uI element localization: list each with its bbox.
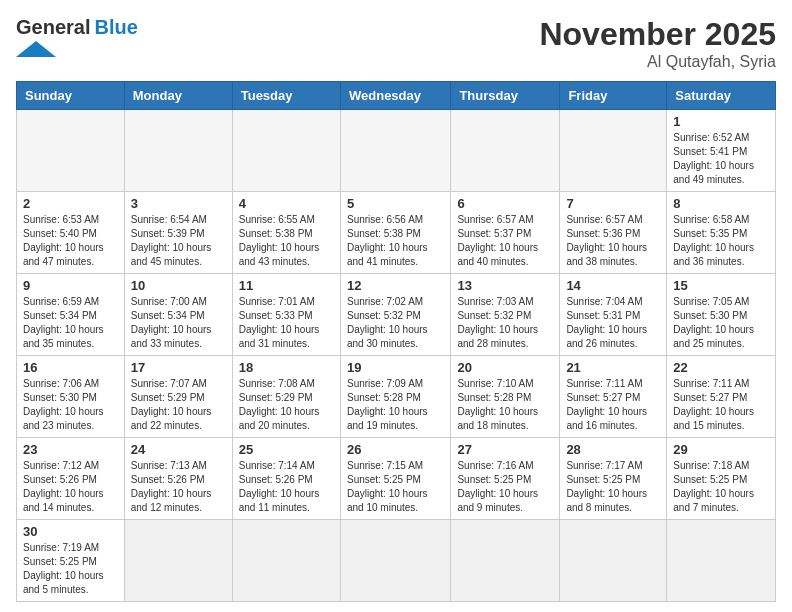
day-info: Sunrise: 7:17 AM Sunset: 5:25 PM Dayligh… (566, 459, 660, 515)
day-info: Sunrise: 7:06 AM Sunset: 5:30 PM Dayligh… (23, 377, 118, 433)
header-saturday: Saturday (667, 82, 776, 110)
day-number: 27 (457, 442, 553, 457)
calendar-row: 16Sunrise: 7:06 AM Sunset: 5:30 PM Dayli… (17, 356, 776, 438)
day-info: Sunrise: 7:12 AM Sunset: 5:26 PM Dayligh… (23, 459, 118, 515)
day-number: 3 (131, 196, 226, 211)
day-number: 8 (673, 196, 769, 211)
day-number: 9 (23, 278, 118, 293)
day-info: Sunrise: 6:57 AM Sunset: 5:37 PM Dayligh… (457, 213, 553, 269)
table-row: 2Sunrise: 6:53 AM Sunset: 5:40 PM Daylig… (17, 192, 125, 274)
header-friday: Friday (560, 82, 667, 110)
day-info: Sunrise: 7:13 AM Sunset: 5:26 PM Dayligh… (131, 459, 226, 515)
table-row: 16Sunrise: 7:06 AM Sunset: 5:30 PM Dayli… (17, 356, 125, 438)
table-row: 9Sunrise: 6:59 AM Sunset: 5:34 PM Daylig… (17, 274, 125, 356)
day-number: 6 (457, 196, 553, 211)
table-row: 4Sunrise: 6:55 AM Sunset: 5:38 PM Daylig… (232, 192, 340, 274)
day-number: 1 (673, 114, 769, 129)
day-number: 28 (566, 442, 660, 457)
table-row (340, 520, 450, 602)
calendar-row: 23Sunrise: 7:12 AM Sunset: 5:26 PM Dayli… (17, 438, 776, 520)
day-info: Sunrise: 6:58 AM Sunset: 5:35 PM Dayligh… (673, 213, 769, 269)
day-number: 5 (347, 196, 444, 211)
table-row: 25Sunrise: 7:14 AM Sunset: 5:26 PM Dayli… (232, 438, 340, 520)
table-row: 15Sunrise: 7:05 AM Sunset: 5:30 PM Dayli… (667, 274, 776, 356)
day-info: Sunrise: 7:07 AM Sunset: 5:29 PM Dayligh… (131, 377, 226, 433)
day-info: Sunrise: 7:11 AM Sunset: 5:27 PM Dayligh… (673, 377, 769, 433)
day-number: 25 (239, 442, 334, 457)
day-info: Sunrise: 7:18 AM Sunset: 5:25 PM Dayligh… (673, 459, 769, 515)
day-number: 18 (239, 360, 334, 375)
day-number: 11 (239, 278, 334, 293)
calendar-row: 9Sunrise: 6:59 AM Sunset: 5:34 PM Daylig… (17, 274, 776, 356)
calendar-last-row: 30Sunrise: 7:19 AM Sunset: 5:25 PM Dayli… (17, 520, 776, 602)
header-thursday: Thursday (451, 82, 560, 110)
day-info: Sunrise: 6:59 AM Sunset: 5:34 PM Dayligh… (23, 295, 118, 351)
table-row: 11Sunrise: 7:01 AM Sunset: 5:33 PM Dayli… (232, 274, 340, 356)
table-row (232, 520, 340, 602)
calendar-table: Sunday Monday Tuesday Wednesday Thursday… (16, 81, 776, 602)
day-info: Sunrise: 7:11 AM Sunset: 5:27 PM Dayligh… (566, 377, 660, 433)
table-row: 5Sunrise: 6:56 AM Sunset: 5:38 PM Daylig… (340, 192, 450, 274)
table-row: 26Sunrise: 7:15 AM Sunset: 5:25 PM Dayli… (340, 438, 450, 520)
table-row: 7Sunrise: 6:57 AM Sunset: 5:36 PM Daylig… (560, 192, 667, 274)
table-row: 3Sunrise: 6:54 AM Sunset: 5:39 PM Daylig… (124, 192, 232, 274)
calendar-row: 1Sunrise: 6:52 AM Sunset: 5:41 PM Daylig… (17, 110, 776, 192)
day-info: Sunrise: 6:52 AM Sunset: 5:41 PM Dayligh… (673, 131, 769, 187)
day-number: 10 (131, 278, 226, 293)
day-info: Sunrise: 7:08 AM Sunset: 5:29 PM Dayligh… (239, 377, 334, 433)
svg-marker-0 (16, 41, 56, 57)
logo-blue: Blue (94, 16, 137, 39)
location: Al Qutayfah, Syria (539, 53, 776, 71)
day-number: 19 (347, 360, 444, 375)
day-info: Sunrise: 6:54 AM Sunset: 5:39 PM Dayligh… (131, 213, 226, 269)
day-number: 30 (23, 524, 118, 539)
logo-general: General (16, 16, 90, 39)
day-info: Sunrise: 6:53 AM Sunset: 5:40 PM Dayligh… (23, 213, 118, 269)
day-info: Sunrise: 7:01 AM Sunset: 5:33 PM Dayligh… (239, 295, 334, 351)
table-row (451, 520, 560, 602)
table-row: 6Sunrise: 6:57 AM Sunset: 5:37 PM Daylig… (451, 192, 560, 274)
day-info: Sunrise: 7:14 AM Sunset: 5:26 PM Dayligh… (239, 459, 334, 515)
header-wednesday: Wednesday (340, 82, 450, 110)
table-row: 27Sunrise: 7:16 AM Sunset: 5:25 PM Dayli… (451, 438, 560, 520)
table-row (560, 520, 667, 602)
table-row (560, 110, 667, 192)
table-row: 14Sunrise: 7:04 AM Sunset: 5:31 PM Dayli… (560, 274, 667, 356)
day-info: Sunrise: 7:02 AM Sunset: 5:32 PM Dayligh… (347, 295, 444, 351)
day-info: Sunrise: 7:00 AM Sunset: 5:34 PM Dayligh… (131, 295, 226, 351)
day-number: 22 (673, 360, 769, 375)
day-info: Sunrise: 6:56 AM Sunset: 5:38 PM Dayligh… (347, 213, 444, 269)
calendar-row: 2Sunrise: 6:53 AM Sunset: 5:40 PM Daylig… (17, 192, 776, 274)
table-row: 19Sunrise: 7:09 AM Sunset: 5:28 PM Dayli… (340, 356, 450, 438)
day-number: 14 (566, 278, 660, 293)
day-number: 2 (23, 196, 118, 211)
table-row (17, 110, 125, 192)
header-sunday: Sunday (17, 82, 125, 110)
header-monday: Monday (124, 82, 232, 110)
day-number: 4 (239, 196, 334, 211)
logo-triangle-icon (16, 41, 56, 57)
day-number: 24 (131, 442, 226, 457)
table-row (340, 110, 450, 192)
table-row (232, 110, 340, 192)
logo: General Blue (16, 16, 138, 57)
day-number: 16 (23, 360, 118, 375)
day-info: Sunrise: 7:09 AM Sunset: 5:28 PM Dayligh… (347, 377, 444, 433)
day-number: 20 (457, 360, 553, 375)
table-row: 18Sunrise: 7:08 AM Sunset: 5:29 PM Dayli… (232, 356, 340, 438)
table-row (124, 520, 232, 602)
table-row: 10Sunrise: 7:00 AM Sunset: 5:34 PM Dayli… (124, 274, 232, 356)
day-info: Sunrise: 7:19 AM Sunset: 5:25 PM Dayligh… (23, 541, 118, 597)
day-info: Sunrise: 7:16 AM Sunset: 5:25 PM Dayligh… (457, 459, 553, 515)
page-header: General Blue November 2025 Al Qutayfah, … (16, 16, 776, 71)
day-number: 12 (347, 278, 444, 293)
table-row: 13Sunrise: 7:03 AM Sunset: 5:32 PM Dayli… (451, 274, 560, 356)
day-number: 29 (673, 442, 769, 457)
title-block: November 2025 Al Qutayfah, Syria (539, 16, 776, 71)
day-info: Sunrise: 7:05 AM Sunset: 5:30 PM Dayligh… (673, 295, 769, 351)
month-title: November 2025 (539, 16, 776, 53)
table-row (124, 110, 232, 192)
table-row: 24Sunrise: 7:13 AM Sunset: 5:26 PM Dayli… (124, 438, 232, 520)
table-row: 20Sunrise: 7:10 AM Sunset: 5:28 PM Dayli… (451, 356, 560, 438)
day-info: Sunrise: 6:55 AM Sunset: 5:38 PM Dayligh… (239, 213, 334, 269)
